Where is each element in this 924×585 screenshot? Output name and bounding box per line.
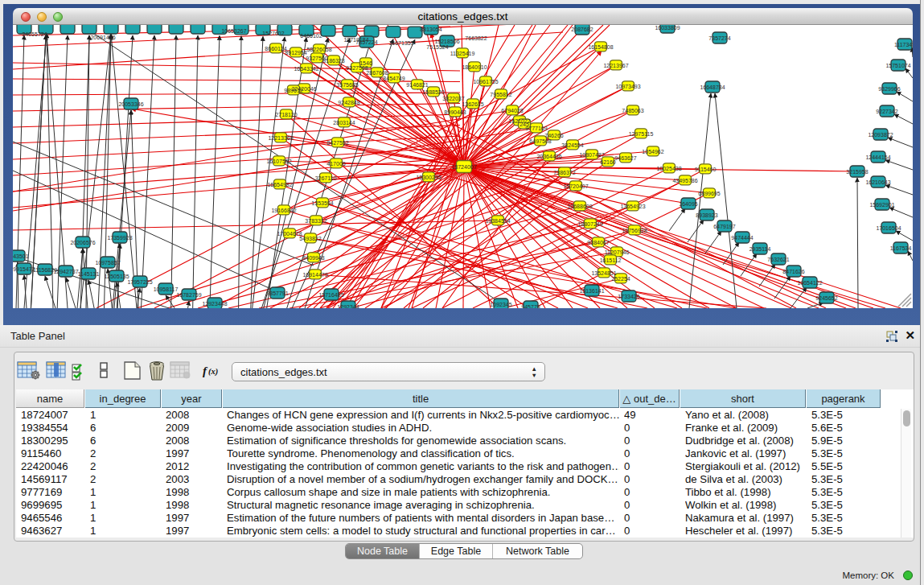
svg-text:10688609: 10688609 bbox=[567, 204, 592, 209]
svg-text:18807249: 18807249 bbox=[577, 221, 602, 227]
svg-text:1546: 1546 bbox=[359, 60, 372, 66]
svg-text:1292344: 1292344 bbox=[337, 304, 359, 309]
svg-text:8454749: 8454749 bbox=[383, 76, 405, 81]
svg-text:8409948: 8409948 bbox=[302, 255, 324, 261]
svg-text:19166842: 19166842 bbox=[271, 208, 296, 213]
svg-text:9857791: 9857791 bbox=[266, 290, 288, 296]
svg-text:10958117: 10958117 bbox=[154, 286, 179, 292]
svg-text:17957225: 17957225 bbox=[127, 279, 152, 285]
svg-text:1733426: 1733426 bbox=[618, 294, 639, 299]
svg-text:7485063: 7485063 bbox=[622, 108, 643, 113]
svg-text:10975857: 10975857 bbox=[95, 260, 120, 266]
svg-text:2087682: 2087682 bbox=[571, 27, 593, 32]
svg-text:16648784: 16648784 bbox=[700, 84, 725, 90]
svg-text:3575685: 3575685 bbox=[336, 82, 358, 88]
svg-text:f: f bbox=[203, 365, 208, 377]
svg-text:10807487: 10807487 bbox=[579, 152, 604, 158]
svg-text:6466102: 6466102 bbox=[300, 33, 322, 39]
svg-text:7663822: 7663822 bbox=[465, 35, 487, 41]
svg-text:8938923: 8938923 bbox=[696, 212, 717, 218]
svg-text:2718120: 2718120 bbox=[275, 112, 297, 117]
svg-text:(x): (x) bbox=[208, 367, 218, 377]
svg-text:12093872: 12093872 bbox=[868, 132, 893, 138]
svg-text:1117345: 1117345 bbox=[894, 42, 913, 47]
svg-text:8813054: 8813054 bbox=[420, 27, 441, 32]
svg-text:7386372: 7386372 bbox=[553, 170, 575, 175]
svg-text:12975115: 12975115 bbox=[629, 131, 654, 137]
svg-text:15716485: 15716485 bbox=[318, 292, 343, 298]
svg-text:19218506: 19218506 bbox=[434, 39, 459, 44]
svg-text:417006: 417006 bbox=[326, 161, 345, 167]
svg-text:6794028: 6794028 bbox=[501, 108, 523, 113]
svg-text:13524851: 13524851 bbox=[591, 270, 616, 276]
svg-text:9245652: 9245652 bbox=[815, 295, 837, 301]
svg-text:1527602: 1527602 bbox=[262, 31, 284, 36]
svg-text:24055724: 24055724 bbox=[22, 31, 47, 37]
svg-text:746266: 746266 bbox=[544, 133, 563, 138]
svg-text:9146821: 9146821 bbox=[406, 82, 428, 88]
svg-text:10973493: 10973493 bbox=[615, 84, 640, 89]
svg-text:18724007: 18724007 bbox=[451, 164, 476, 170]
svg-text:2803144: 2803144 bbox=[333, 120, 355, 126]
svg-text:9329966: 9329966 bbox=[878, 86, 900, 92]
svg-text:6479197: 6479197 bbox=[713, 224, 735, 229]
svg-text:1145131: 1145131 bbox=[78, 271, 100, 277]
svg-text:1167534: 1167534 bbox=[890, 245, 912, 251]
svg-text:16033809: 16033809 bbox=[655, 25, 680, 31]
svg-text:9327508: 9327508 bbox=[346, 65, 368, 71]
svg-text:1092345: 1092345 bbox=[490, 302, 511, 307]
svg-text:3783312: 3783312 bbox=[305, 218, 326, 224]
svg-text:17359928: 17359928 bbox=[107, 235, 132, 241]
svg-text:16543342: 16543342 bbox=[294, 66, 318, 72]
svg-text:11325419: 11325419 bbox=[450, 51, 475, 56]
svg-text:18300295: 18300295 bbox=[416, 175, 441, 180]
svg-text:10961755: 10961755 bbox=[473, 79, 498, 84]
svg-text:1615112: 1615112 bbox=[600, 257, 622, 263]
svg-text:7357274: 7357274 bbox=[708, 35, 730, 41]
svg-text:945779: 945779 bbox=[521, 304, 540, 309]
svg-text:19384554: 19384554 bbox=[485, 218, 510, 224]
svg-text:252254: 252254 bbox=[611, 276, 630, 282]
svg-text:8427552: 8427552 bbox=[326, 140, 348, 146]
svg-text:20053346: 20053346 bbox=[118, 101, 143, 107]
svg-text:9115460: 9115460 bbox=[695, 167, 717, 172]
svg-text:16654982: 16654982 bbox=[267, 182, 292, 187]
svg-text:7955812: 7955812 bbox=[490, 92, 511, 97]
svg-text:15692901: 15692901 bbox=[869, 202, 894, 208]
svg-text:3822037: 3822037 bbox=[442, 96, 464, 101]
svg-text:62160: 62160 bbox=[600, 159, 616, 165]
svg-text:16671355: 16671355 bbox=[388, 40, 413, 46]
svg-text:12213967: 12213967 bbox=[603, 63, 628, 68]
svg-text:9327500: 9327500 bbox=[306, 56, 327, 61]
svg-text:15136141: 15136141 bbox=[579, 288, 604, 294]
svg-text:10653267: 10653267 bbox=[221, 28, 246, 34]
svg-text:8912954: 8912954 bbox=[285, 50, 306, 56]
svg-text:58226058: 58226058 bbox=[306, 47, 331, 52]
svg-text:3267110: 3267110 bbox=[315, 175, 337, 181]
svg-text:9384067: 9384067 bbox=[587, 240, 609, 245]
svg-text:1353594: 1353594 bbox=[311, 200, 333, 206]
svg-text:8471626: 8471626 bbox=[782, 269, 804, 274]
svg-text:12942737: 12942737 bbox=[53, 269, 78, 274]
svg-text:9242848: 9242848 bbox=[338, 100, 359, 105]
svg-text:10719184: 10719184 bbox=[343, 37, 368, 43]
svg-text:12213369: 12213369 bbox=[268, 135, 293, 141]
svg-text:16107552: 16107552 bbox=[266, 159, 291, 164]
svg-text:7515524: 7515524 bbox=[426, 44, 448, 50]
svg-text:18640910: 18640910 bbox=[462, 64, 487, 70]
svg-text:13654923: 13654923 bbox=[620, 204, 645, 209]
svg-text:9463627: 9463627 bbox=[614, 155, 636, 161]
svg-text:7632621: 7632621 bbox=[767, 257, 789, 262]
svg-text:9915472: 9915472 bbox=[13, 266, 35, 272]
svg-text:10025438: 10025438 bbox=[656, 166, 681, 171]
svg-text:2867608: 2867608 bbox=[366, 70, 388, 76]
svg-text:17004678: 17004678 bbox=[277, 231, 302, 237]
svg-text:1543501: 1543501 bbox=[13, 253, 29, 259]
svg-text:9227342: 9227342 bbox=[876, 109, 897, 114]
svg-text:8990448: 8990448 bbox=[444, 109, 466, 115]
svg-text:19756928: 19756928 bbox=[622, 228, 647, 233]
svg-text:2935114: 2935114 bbox=[749, 246, 771, 252]
svg-text:989612: 989612 bbox=[284, 88, 302, 93]
svg-text:10654122: 10654122 bbox=[797, 280, 822, 286]
svg-text:20364436: 20364436 bbox=[536, 154, 561, 159]
